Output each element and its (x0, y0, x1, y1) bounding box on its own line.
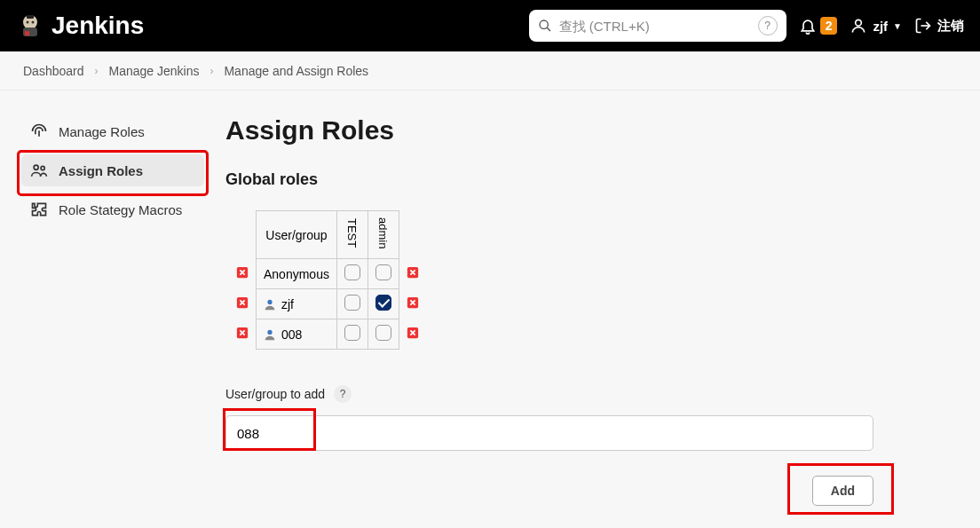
search-help-icon[interactable]: ? (758, 16, 778, 35)
notifications-button[interactable]: 2 (799, 17, 838, 35)
table-row: zjf (229, 289, 426, 319)
svg-point-15 (267, 299, 272, 303)
svg-point-6 (540, 20, 548, 28)
role-checkbox-cell[interactable] (336, 259, 368, 289)
sidebar-item-label: Assign Roles (59, 163, 143, 178)
global-roles-table: User/group TEST admin Anonymous zjf 008 (229, 210, 426, 350)
svg-point-3 (27, 21, 29, 24)
breadcrumb-item[interactable]: Manage and Assign Roles (224, 64, 368, 78)
delete-row-left[interactable] (229, 289, 257, 319)
logout-icon (914, 17, 932, 35)
svg-point-11 (41, 166, 44, 169)
sidebar-item-manage-roles[interactable]: Manage Roles (21, 115, 208, 147)
table-row: Anonymous (229, 259, 426, 289)
notification-badge: 2 (820, 17, 838, 35)
svg-rect-5 (25, 31, 29, 35)
chevron-right-icon: › (95, 65, 99, 77)
delete-row-right[interactable] (399, 289, 426, 319)
section-title: Global roles (225, 170, 900, 189)
svg-point-10 (34, 165, 38, 169)
svg-line-7 (547, 28, 550, 31)
svg-rect-2 (27, 15, 34, 19)
user-icon (850, 17, 867, 35)
user-cell: zjf (257, 289, 337, 319)
delete-row-right[interactable] (399, 319, 426, 350)
table-header-role: TEST (336, 211, 368, 259)
sidebar: Manage Roles Assign Roles Role Stategy M… (21, 115, 208, 506)
svg-point-8 (856, 20, 862, 26)
user-to-add-input[interactable] (225, 415, 873, 451)
delete-row-right[interactable] (399, 259, 426, 289)
breadcrumb: Dashboard › Manage Jenkins › Manage and … (0, 51, 980, 91)
role-checkbox-cell[interactable] (368, 319, 399, 350)
main-content: Assign Roles Global roles User/group TES… (225, 115, 900, 506)
sidebar-item-role-macros[interactable]: Role Stategy Macros (21, 193, 208, 225)
role-checkbox-cell[interactable] (336, 289, 368, 319)
user-cell: 008 (257, 319, 337, 350)
puzzle-icon (30, 201, 48, 218)
table-row: 008 (229, 319, 426, 350)
brand-text: Jenkins (51, 12, 144, 40)
role-checkbox-cell[interactable] (368, 259, 399, 289)
jenkins-logo[interactable]: Jenkins (16, 12, 144, 40)
delete-row-left[interactable] (229, 259, 257, 289)
users-icon (30, 162, 48, 179)
sidebar-item-label: Manage Roles (59, 124, 145, 139)
add-button[interactable]: Add (812, 476, 873, 506)
svg-point-4 (32, 21, 35, 24)
chevron-down-icon: ▼ (893, 21, 902, 31)
svg-point-18 (267, 329, 272, 334)
logout-label: 注销 (937, 18, 964, 35)
fingerprint-icon (30, 122, 48, 140)
logout-button[interactable]: 注销 (914, 17, 964, 35)
user-cell: Anonymous (257, 259, 337, 289)
user-menu[interactable]: zjf ▼ (850, 17, 902, 35)
table-header-user: User/group (257, 211, 337, 259)
search-input[interactable] (559, 19, 758, 34)
table-header-role: admin (368, 211, 399, 259)
page-title: Assign Roles (225, 115, 900, 146)
breadcrumb-item[interactable]: Dashboard (23, 64, 84, 78)
sidebar-item-assign-roles[interactable]: Assign Roles (21, 154, 204, 186)
add-field-label: User/group to add (225, 387, 325, 401)
chevron-right-icon: › (209, 65, 213, 77)
breadcrumb-item[interactable]: Manage Jenkins (109, 64, 200, 78)
search-icon (538, 19, 552, 33)
jenkins-logo-icon (16, 12, 44, 40)
bell-icon (799, 17, 817, 35)
role-checkbox-cell[interactable] (336, 319, 368, 350)
search-box[interactable]: ? (529, 10, 786, 42)
sidebar-item-label: Role Stategy Macros (59, 202, 182, 217)
header-bar: Jenkins ? 2 zjf ▼ 注销 (0, 0, 980, 51)
username-label: zjf (873, 19, 888, 34)
help-icon[interactable]: ? (334, 385, 352, 403)
role-checkbox-cell[interactable] (368, 289, 399, 319)
delete-row-left[interactable] (229, 319, 257, 350)
